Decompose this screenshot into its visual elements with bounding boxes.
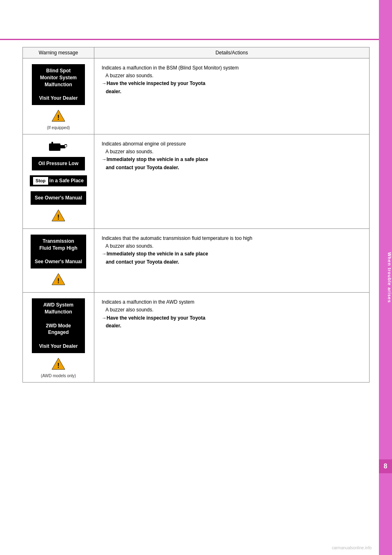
table-row: Blind SpotMonitor SystemMalfunctionVisit… xyxy=(23,58,370,134)
chapter-number: 8 xyxy=(379,459,392,473)
top-bar xyxy=(0,39,379,40)
svg-text:!: ! xyxy=(57,362,59,369)
details-cell-awd: Indicates a malfunction in the AWD syste… xyxy=(94,293,370,383)
oil-stop-display: Stop in a Safe Place xyxy=(27,174,90,188)
details-cell-trans: Indicates that the automatic transmissio… xyxy=(94,228,370,292)
warning-cell-oil: Oil Pressure Low Stop in a Safe Place Se… xyxy=(23,134,94,228)
details-cell-bsm: Indicates a malfunction in the BSM (Blin… xyxy=(94,58,370,134)
table-row: AWD SystemMalfunction2WD ModeEngagedVisi… xyxy=(23,293,370,383)
site-watermark: carmanualsonline.info xyxy=(332,546,372,550)
warning-table: Warning message Details/Actions Blind Sp… xyxy=(22,47,370,383)
chapter-label: When trouble arises xyxy=(379,252,392,303)
svg-point-6 xyxy=(65,145,67,147)
svg-rect-2 xyxy=(49,143,60,151)
stop-box: Stop xyxy=(33,177,48,185)
trans-display: TransmissionFluid Temp HighSee Owner's M… xyxy=(31,235,86,269)
col-header-details: Details/Actions xyxy=(94,47,370,58)
oil-display: Oil Pressure Low xyxy=(32,157,85,170)
table-row: Oil Pressure Low Stop in a Safe Place Se… xyxy=(23,134,370,228)
warning-cell-awd: AWD SystemMalfunction2WD ModeEngagedVisi… xyxy=(23,293,94,383)
table-row: TransmissionFluid Temp HighSee Owner's M… xyxy=(23,228,370,292)
oil-pressure-icon xyxy=(48,140,69,152)
warning-cell-bsm: Blind SpotMonitor SystemMalfunctionVisit… xyxy=(23,58,94,134)
oil-details: Indicates abnormal engine oil pressure A… xyxy=(98,139,365,173)
bsm-display: Blind SpotMonitor SystemMalfunctionVisit… xyxy=(32,64,85,105)
trans-details: Indicates that the automatic transmissio… xyxy=(98,233,365,268)
oil-manual-display: See Owner's Manual xyxy=(31,191,86,205)
bsm-details: Indicates a malfunction in the BSM (Blin… xyxy=(98,63,365,97)
awd-warning-icon: ! xyxy=(51,357,66,370)
bsm-warning-icon: ! xyxy=(51,109,66,122)
oil-warning-icon: ! xyxy=(51,209,66,222)
svg-rect-5 xyxy=(51,142,53,144)
svg-text:!: ! xyxy=(57,214,59,221)
bsm-caption: (If equipped) xyxy=(27,125,90,130)
awd-display: AWD SystemMalfunction2WD ModeEngagedVisi… xyxy=(32,298,85,353)
warning-cell-trans: TransmissionFluid Temp HighSee Owner's M… xyxy=(23,228,94,292)
bottom-logo: carmanualsonline.info xyxy=(332,546,372,550)
awd-caption: (AWD models only) xyxy=(27,374,90,378)
svg-text:!: ! xyxy=(57,278,59,284)
awd-details: Indicates a malfunction in the AWD syste… xyxy=(98,297,365,331)
col-header-warning: Warning message xyxy=(23,47,94,58)
details-cell-oil: Indicates abnormal engine oil pressure A… xyxy=(94,134,370,228)
main-content: Warning message Details/Actions Blind Sp… xyxy=(22,47,370,530)
svg-text:!: ! xyxy=(57,114,59,121)
trans-warning-icon: ! xyxy=(51,273,66,286)
right-sidebar: 8 When trouble arises xyxy=(379,0,392,555)
